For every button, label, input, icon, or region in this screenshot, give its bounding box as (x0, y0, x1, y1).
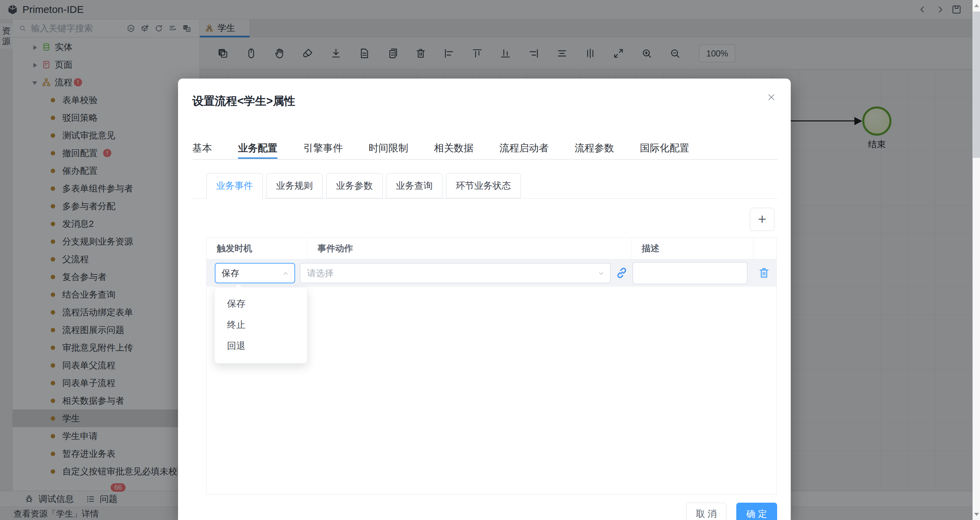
subtab[interactable]: 业务规则 (266, 173, 323, 198)
dialog-tab[interactable]: 相关数据 (434, 142, 474, 159)
subtab[interactable]: 环节业务状态 (446, 173, 521, 198)
primeton-ide-window: Primeton-IDE 资源 AIEn文 实体 (0, 0, 980, 520)
scrollbar-thumb[interactable] (973, 11, 980, 158)
cancel-button[interactable]: 取 消 (686, 503, 726, 520)
dialog-tab[interactable]: 国际化配置 (640, 142, 689, 159)
dropdown-option[interactable]: 回退 (215, 335, 307, 357)
event-action-select[interactable]: 请选择 (299, 263, 611, 283)
subtab[interactable]: 业务参数 (326, 173, 383, 198)
dialog-tab[interactable]: 流程参数 (574, 142, 614, 159)
tabs-divider (192, 159, 778, 160)
window-scrollbar[interactable] (972, 0, 980, 520)
dialog-tab[interactable]: 引擎事件 (303, 142, 343, 159)
trigger-select[interactable]: 保存 (215, 263, 295, 283)
subtab[interactable]: 业务事件 (206, 173, 263, 199)
chevron-down-icon (597, 270, 605, 277)
business-config-subtabs: 业务事件业务规则业务参数业务查询环节业务状态 (206, 173, 521, 199)
description-input[interactable] (632, 262, 748, 284)
confirm-button[interactable]: 确 定 (736, 503, 777, 520)
table-column-header: 描述 (632, 238, 753, 259)
dialog-close-icon[interactable] (766, 92, 776, 102)
dropdown-option[interactable]: 终止 (215, 314, 307, 335)
trigger-select-dropdown: 保存终止回退 (215, 287, 307, 363)
subtab[interactable]: 业务查询 (386, 173, 442, 198)
delete-row-icon[interactable] (758, 266, 770, 279)
business-events-table: 触发时机事件动作描述 保存 请选择 (206, 238, 777, 495)
table-column-header: 事件动作 (307, 238, 632, 259)
dropdown-options: 保存终止回退 (215, 293, 307, 357)
table-row: 保存 请选择 (207, 260, 776, 287)
table-column-header: 触发时机 (207, 238, 307, 259)
dialog-title: 设置流程<学生>属性 (192, 94, 296, 109)
dropdown-option[interactable]: 保存 (215, 293, 307, 314)
link-icon[interactable] (615, 266, 629, 280)
scroll-down-icon[interactable] (974, 513, 979, 516)
event-action-placeholder: 请选择 (307, 263, 334, 282)
dialog-tab[interactable]: 业务配置 (238, 142, 277, 159)
dialog-tab[interactable]: 流程启动者 (500, 142, 549, 159)
chevron-up-icon (282, 270, 290, 277)
dialog-tabs: 基本业务配置引擎事件时间限制相关数据流程启动者流程参数国际化配置 (192, 142, 689, 159)
dialog-tab[interactable]: 时间限制 (369, 142, 408, 159)
add-row-button[interactable]: + (750, 208, 775, 231)
dialog-tab[interactable]: 基本 (192, 142, 212, 159)
table-header-row: 触发时机事件动作描述 (207, 238, 776, 260)
scroll-up-icon[interactable] (974, 4, 979, 7)
trigger-select-value: 保存 (221, 263, 239, 282)
